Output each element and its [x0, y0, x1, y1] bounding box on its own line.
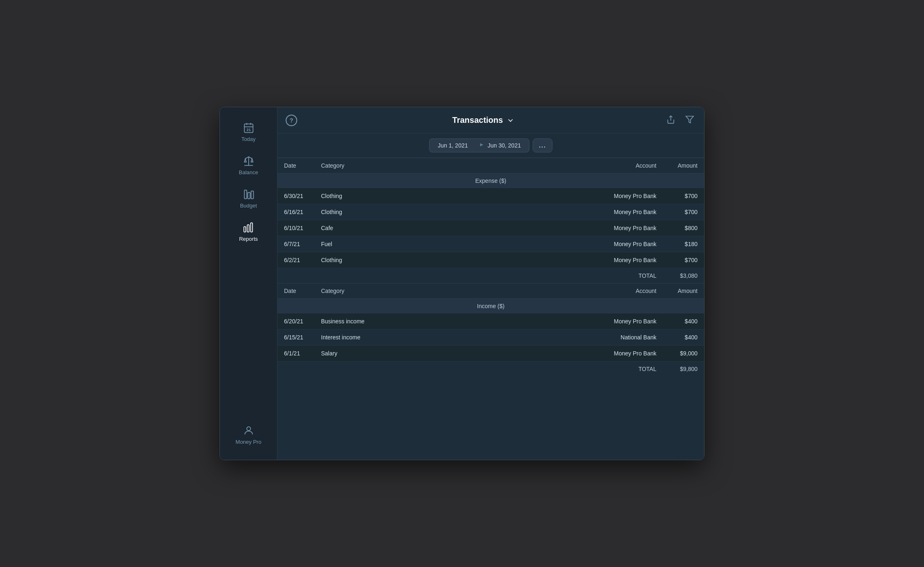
expense-row-4-amount: $700	[663, 252, 704, 268]
calendar-icon: 21	[243, 122, 254, 134]
income-col-amount: Amount	[663, 284, 704, 299]
expense-row-3-amount: $180	[663, 236, 704, 252]
table-row[interactable]: 6/16/21 Clothing Money Pro Bank $700	[277, 204, 704, 220]
expense-row-0-account: Money Pro Bank	[597, 188, 663, 204]
sidebar: 21 Today Balance Budget	[220, 107, 277, 460]
table-area: Date Category Account Amount Expense ($)…	[277, 158, 704, 460]
filter-button[interactable]	[684, 113, 696, 127]
svg-rect-10	[244, 227, 246, 232]
table-row[interactable]: 6/15/21 Interest income National Bank $4…	[277, 330, 704, 346]
budget-icon	[243, 189, 254, 200]
reports-icon	[243, 222, 254, 233]
svg-rect-9	[251, 191, 253, 199]
expense-row-1-category: Clothing	[314, 204, 597, 220]
expense-header-row: Date Category Account Amount	[277, 158, 704, 173]
expense-row-4-account: Money Pro Bank	[597, 252, 663, 268]
expense-col-date: Date	[277, 158, 314, 173]
expense-row-3-date: 6/7/21	[277, 236, 314, 252]
expense-total-row: TOTAL $3,080	[277, 268, 704, 284]
help-button[interactable]: ?	[286, 115, 302, 126]
expense-col-account: Account	[597, 158, 663, 173]
sidebar-item-today[interactable]: 21 Today	[223, 116, 274, 148]
header-actions	[665, 113, 696, 127]
sidebar-item-budget[interactable]: Budget	[223, 183, 274, 214]
svg-rect-12	[250, 223, 252, 232]
expense-row-0-date: 6/30/21	[277, 188, 314, 204]
expense-row-3-category: Fuel	[314, 236, 597, 252]
expense-row-0-amount: $700	[663, 188, 704, 204]
sidebar-item-money-pro[interactable]: Money Pro	[223, 419, 274, 451]
svg-point-13	[247, 427, 250, 431]
income-total-row: TOTAL $9,800	[277, 362, 704, 377]
sidebar-item-reports-label: Reports	[239, 236, 258, 242]
expense-row-3-account: Money Pro Bank	[597, 236, 663, 252]
income-col-date: Date	[277, 284, 314, 299]
table-row[interactable]: 6/10/21 Cafe Money Pro Bank $800	[277, 220, 704, 236]
app-window: 21 Today Balance Budget	[219, 107, 705, 460]
income-row-1-category: Interest income	[314, 330, 597, 346]
table-row[interactable]: 6/20/21 Business income Money Pro Bank $…	[277, 313, 704, 330]
income-col-account: Account	[597, 284, 663, 299]
balance-icon	[243, 155, 254, 167]
table-row[interactable]: 6/30/21 Clothing Money Pro Bank $700	[277, 188, 704, 204]
income-table: Date Category Account Amount Income ($) …	[277, 283, 704, 376]
table-row[interactable]: 6/1/21 Salary Money Pro Bank $9,000	[277, 346, 704, 362]
income-row-0-account: Money Pro Bank	[597, 313, 663, 330]
person-icon	[243, 425, 254, 436]
main-content: ? Transactions	[277, 107, 704, 460]
date-start[interactable]: Jun 1, 2021	[429, 138, 476, 152]
share-icon	[666, 115, 675, 124]
income-section-header: Income ($)	[277, 299, 704, 314]
table-row[interactable]: 6/2/21 Clothing Money Pro Bank $700	[277, 252, 704, 268]
income-header-row: Date Category Account Amount	[277, 284, 704, 299]
income-row-1-account: National Bank	[597, 330, 663, 346]
income-row-0-amount: $400	[663, 313, 704, 330]
help-circle-icon[interactable]: ?	[286, 115, 297, 126]
page-title: Transactions	[452, 115, 503, 125]
income-total-label: TOTAL	[597, 362, 663, 377]
income-row-2-category: Salary	[314, 346, 597, 362]
date-range-bar: Jun 1, 2021 Jun 30, 2021 ...	[277, 134, 704, 158]
expense-row-1-date: 6/16/21	[277, 204, 314, 220]
svg-rect-11	[247, 225, 249, 232]
expense-section-title: Expense ($)	[277, 173, 704, 189]
sidebar-item-reports[interactable]: Reports	[223, 216, 274, 248]
income-col-category: Category	[314, 284, 597, 299]
expense-total-label: TOTAL	[597, 268, 663, 284]
income-row-0-date: 6/20/21	[277, 313, 314, 330]
income-row-1-amount: $400	[663, 330, 704, 346]
expense-row-4-date: 6/2/21	[277, 252, 314, 268]
expense-row-1-amount: $700	[663, 204, 704, 220]
share-button[interactable]	[665, 113, 677, 127]
filter-icon	[685, 115, 694, 124]
svg-rect-7	[244, 190, 247, 199]
sidebar-item-today-label: Today	[241, 136, 256, 142]
header: ? Transactions	[277, 107, 704, 134]
table-row[interactable]: 6/7/21 Fuel Money Pro Bank $180	[277, 236, 704, 252]
expense-col-category: Category	[314, 158, 597, 173]
sidebar-item-balance-label: Balance	[239, 169, 258, 175]
expense-row-1-account: Money Pro Bank	[597, 204, 663, 220]
expense-row-2-date: 6/10/21	[277, 220, 314, 236]
chevron-down-icon	[506, 116, 515, 124]
expense-col-amount: Amount	[663, 158, 704, 173]
income-row-0-category: Business income	[314, 313, 597, 330]
title-dropdown[interactable]: Transactions	[452, 115, 514, 125]
sidebar-item-balance[interactable]: Balance	[223, 150, 274, 181]
expense-row-2-category: Cafe	[314, 220, 597, 236]
expense-row-4-category: Clothing	[314, 252, 597, 268]
income-row-2-amount: $9,000	[663, 346, 704, 362]
date-end[interactable]: Jun 30, 2021	[476, 138, 529, 152]
income-row-1-date: 6/15/21	[277, 330, 314, 346]
income-total-amount: $9,800	[663, 362, 704, 377]
date-more-button[interactable]: ...	[533, 138, 552, 152]
expense-row-2-account: Money Pro Bank	[597, 220, 663, 236]
expense-row-2-amount: $800	[663, 220, 704, 236]
income-row-2-date: 6/1/21	[277, 346, 314, 362]
expense-total-amount: $3,080	[663, 268, 704, 284]
sidebar-item-budget-label: Budget	[240, 203, 257, 209]
income-row-2-account: Money Pro Bank	[597, 346, 663, 362]
svg-text:21: 21	[246, 128, 250, 132]
svg-rect-8	[247, 192, 250, 198]
money-pro-label: Money Pro	[236, 439, 261, 445]
